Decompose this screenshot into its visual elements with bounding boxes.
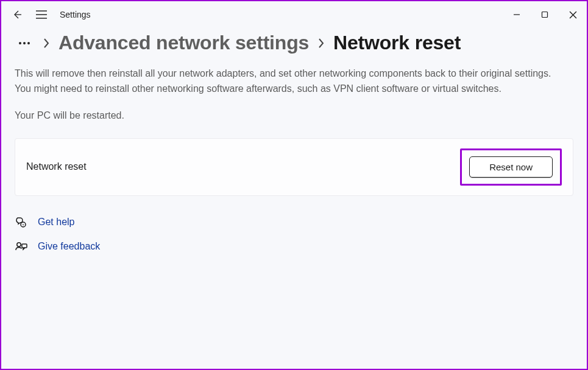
reset-now-button[interactable]: Reset now — [469, 156, 553, 178]
annotation-highlight: Reset now — [460, 148, 562, 186]
breadcrumb: Advanced network settings Network reset — [15, 32, 573, 54]
description-text: This will remove then reinstall all your… — [15, 66, 569, 97]
svg-point-7 — [19, 42, 21, 44]
svg-point-12 — [17, 242, 21, 246]
svg-rect-13 — [22, 244, 27, 248]
window-title: Settings — [60, 10, 91, 19]
minimize-button[interactable] — [503, 4, 531, 26]
breadcrumb-current: Network reset — [333, 32, 461, 54]
titlebar: Settings — [1, 1, 587, 28]
breadcrumb-prev[interactable]: Advanced network settings — [58, 32, 309, 54]
breadcrumb-more-button[interactable] — [15, 33, 34, 53]
restart-note: Your PC will be restarted. — [15, 110, 573, 121]
give-feedback-link[interactable]: Give feedback — [38, 241, 100, 252]
menu-button[interactable] — [32, 5, 51, 24]
network-reset-card: Network reset Reset now — [15, 138, 573, 196]
svg-rect-4 — [542, 12, 548, 18]
chevron-right-icon — [43, 37, 50, 49]
chevron-right-icon — [317, 37, 325, 49]
maximize-button[interactable] — [531, 4, 559, 26]
card-label: Network reset — [26, 161, 87, 172]
give-feedback-row[interactable]: Give feedback — [15, 240, 573, 253]
back-button[interactable] — [7, 5, 27, 24]
window-controls — [503, 4, 587, 26]
get-help-link[interactable]: Get help — [38, 217, 74, 228]
help-icon: ? — [15, 215, 28, 229]
svg-point-9 — [27, 42, 30, 44]
feedback-icon — [15, 240, 28, 253]
svg-point-8 — [23, 42, 26, 44]
close-button[interactable] — [559, 4, 587, 26]
get-help-row[interactable]: ? Get help — [15, 215, 573, 229]
